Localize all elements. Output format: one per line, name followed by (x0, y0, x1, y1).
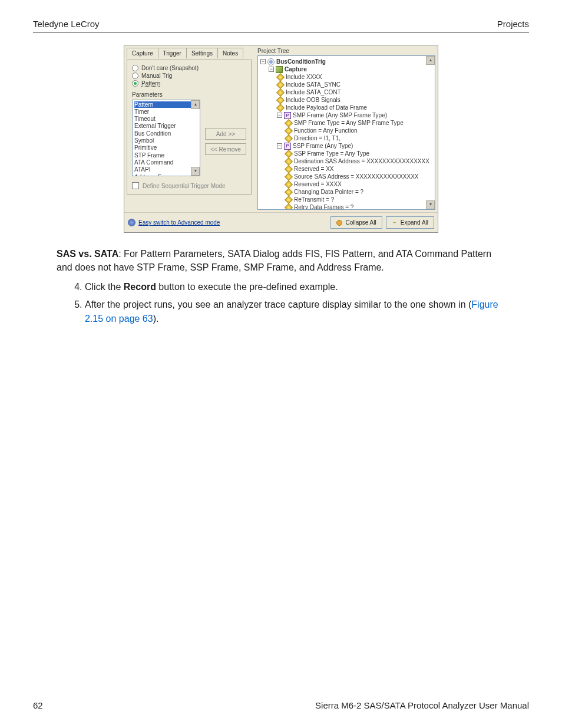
diamond-icon (285, 158, 292, 165)
project-tree-label: Project Tree (257, 48, 435, 54)
tab-settings[interactable]: Settings (186, 48, 218, 58)
radio-manual-label: Manual Trig (141, 73, 172, 79)
list-item[interactable]: STP Frame (134, 152, 164, 159)
expand-all-label: Expand All (401, 219, 428, 226)
minus-icon: − (392, 220, 398, 226)
parameters-label: Parameters (132, 91, 246, 98)
capture-icon (276, 66, 283, 73)
step-4: Click the Record button to execute the p… (85, 280, 505, 294)
tree-item[interactable]: Include OOB Signals (286, 96, 340, 104)
diamond-icon (285, 127, 292, 134)
tree-item[interactable]: Include Payload of Data Frame (286, 104, 367, 111)
tab-trigger[interactable]: Trigger (158, 48, 187, 58)
radio-pattern[interactable] (132, 80, 138, 87)
step5-a: After the project runs, you see an analy… (85, 299, 471, 309)
list-item[interactable]: Timer (134, 108, 149, 115)
easy-switch-label: Easy switch to Advanced mode (138, 219, 220, 226)
collapse-icon[interactable]: − (260, 59, 266, 64)
tab-notes[interactable]: Notes (217, 48, 243, 58)
expand-all-button[interactable]: − Expand All (386, 216, 434, 229)
radio-manual[interactable] (132, 73, 138, 79)
tree-item[interactable]: SSP Frame Type = Any Type (294, 150, 369, 157)
manual-title: Sierra M6-2 SAS/SATA Protocol Analyzer U… (315, 700, 529, 710)
tree-item[interactable]: Include SATA_CONT (286, 88, 341, 96)
collapse-icon[interactable]: − (277, 143, 282, 149)
diamond-icon (277, 104, 284, 111)
tree-smp[interactable]: SMP Frame (Any SMP Frame Type) (293, 111, 387, 119)
list-item[interactable]: Pattern (134, 101, 153, 108)
root-icon (267, 58, 275, 65)
header-right: Projects (497, 19, 529, 29)
diamond-icon (285, 189, 292, 196)
tree-capture[interactable]: Capture (285, 65, 307, 73)
list-item[interactable]: Timeout (134, 116, 156, 122)
tree-ssp[interactable]: SSP Frame (Any Type) (293, 142, 353, 150)
easy-switch-link[interactable]: Easy switch to Advanced mode (128, 219, 220, 226)
diamond-icon (277, 74, 284, 81)
header-left: Teledyne LeCroy (33, 19, 100, 29)
list-item[interactable]: Bus Condition (134, 130, 171, 137)
p-icon: P (284, 143, 291, 150)
dialog-footer: Easy switch to Advanced mode Collapse Al… (124, 212, 438, 232)
body-rest: : For Pattern Parameters, SATA Dialog ad… (57, 249, 491, 272)
tree-item[interactable]: Reserved = XX (294, 165, 334, 173)
steps-list: Click the Record button to execute the p… (73, 280, 505, 326)
remove-button[interactable]: << Remove (205, 143, 246, 155)
scroll-up-icon[interactable]: ▴ (191, 100, 200, 109)
tree-item[interactable]: ReTransmit = ? (294, 196, 334, 203)
tree-root[interactable]: BusConditionTrig (276, 58, 326, 65)
tree-item[interactable]: Function = Any Function (294, 127, 358, 134)
p-icon: P (284, 112, 291, 119)
define-sequential-label: Define Sequential Trigger Mode (143, 183, 226, 189)
diamond-icon (285, 173, 292, 180)
dialog-window: Capture Trigger Settings Notes Don't car… (124, 45, 438, 233)
parameters-listbox[interactable]: ▴ Pattern Timer Timeout External Trigger… (132, 100, 200, 176)
diamond-icon (277, 81, 284, 88)
body-paragraph: SAS vs. SATA: For Pattern Parameters, SA… (57, 247, 505, 274)
tree-item[interactable]: Reserved = XXXX (294, 180, 342, 188)
dialog-left-panel: Capture Trigger Settings Notes Don't car… (124, 45, 254, 212)
collapse-icon[interactable]: − (277, 113, 282, 118)
diamond-icon (285, 166, 292, 173)
tree-item[interactable]: Source SAS Address = XXXXXXXXXXXXXXXX (294, 173, 419, 180)
step5-b: ). (153, 314, 159, 324)
add-button[interactable]: Add >> (205, 128, 246, 140)
tree-item[interactable]: Direction = I1, T1, (294, 134, 340, 142)
diamond-icon (285, 196, 292, 203)
circle-icon (336, 220, 342, 226)
body-lead: SAS vs. SATA (57, 249, 118, 259)
radio-pattern-label: Pattern (141, 80, 160, 87)
page-number: 62 (33, 700, 43, 710)
step4-a: Click the (85, 282, 124, 292)
tree-item[interactable]: Destination SAS Address = XXXXXXXXXXXXXX… (294, 157, 429, 165)
diamond-icon (285, 181, 292, 188)
tab-capture[interactable]: Capture (127, 48, 158, 58)
gear-icon (128, 219, 135, 226)
collapse-icon[interactable]: − (269, 67, 274, 72)
list-item[interactable]: Symbol (134, 137, 154, 144)
trigger-panel: Don't care (Snapshot) Manual Trig Patter… (127, 60, 252, 195)
tree-scroll-up-icon[interactable]: ▴ (426, 56, 435, 65)
header-rule (33, 32, 529, 33)
list-item[interactable]: External Trigger (134, 123, 176, 129)
tree-scroll-down-icon[interactable]: ▾ (426, 200, 435, 209)
tree-item[interactable]: Include XXXX (286, 73, 322, 81)
list-item[interactable]: Primitive (134, 144, 157, 151)
checkbox-define-sequential[interactable] (132, 182, 139, 189)
radio-snapshot-label: Don't care (Snapshot) (141, 65, 199, 71)
list-item[interactable]: Address Frame (134, 174, 174, 176)
tree-item[interactable]: Include SATA_SYNC (286, 81, 340, 88)
step-5: After the project runs, you see an analy… (85, 298, 505, 326)
project-tree[interactable]: ▴ − BusConditionTrig (257, 55, 435, 210)
list-item[interactable]: ATA Command (134, 159, 173, 166)
tree-item[interactable]: SMP Frame Type = Any SMP Frame Type (294, 119, 404, 127)
scroll-down-icon[interactable]: ▾ (191, 167, 200, 176)
diamond-icon (285, 135, 292, 142)
radio-snapshot[interactable] (132, 65, 138, 71)
diamond-icon (285, 204, 292, 210)
list-item[interactable]: ATAPI (134, 166, 150, 173)
step4-record: Record (124, 282, 156, 292)
tree-item[interactable]: Changing Data Pointer = ? (294, 188, 363, 196)
collapse-all-button[interactable]: Collapse All (330, 216, 382, 229)
tree-item[interactable]: Retry Data Frames = ? (294, 203, 353, 210)
